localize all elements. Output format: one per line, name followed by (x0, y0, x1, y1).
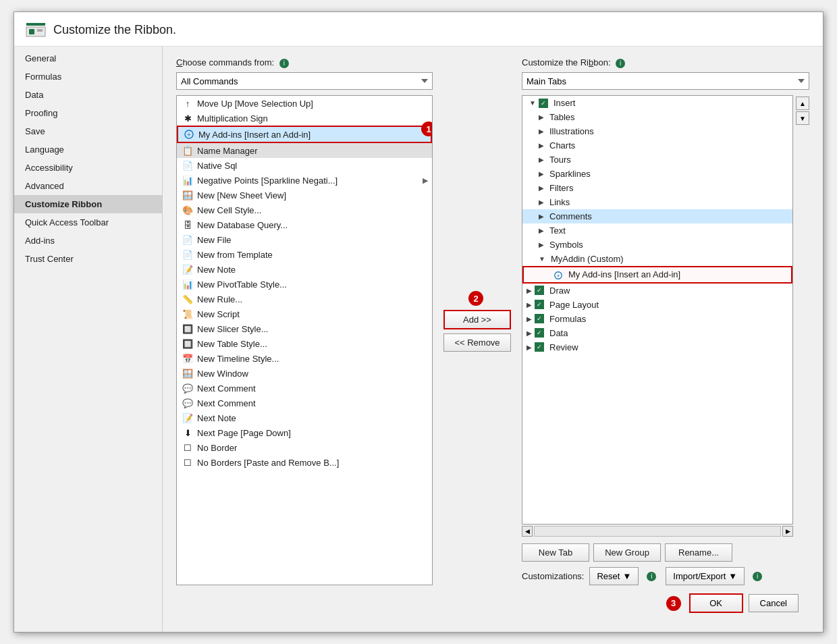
sidebar-item-accessibility[interactable]: Accessibility (14, 159, 162, 177)
customize-ribbon-icon (25, 19, 47, 41)
list-item[interactable]: 📄 New from Template (177, 247, 432, 262)
sidebar-item-save[interactable]: Save (14, 122, 162, 140)
new-group-button[interactable]: New Group (593, 543, 661, 562)
move-up-icon: ↑ (182, 98, 193, 109)
tree-item-page-layout[interactable]: ▶ ✓ Page Layout (522, 298, 792, 312)
horizontal-scrollbar: ◀ ▶ (522, 526, 793, 537)
list-item[interactable]: ✱ Multiplication Sign (177, 111, 432, 126)
new-table-style-icon: 🔲 (182, 338, 193, 349)
tree-item-symbols[interactable]: ▶ Symbols (522, 238, 792, 252)
tree-item-comments[interactable]: ▶ Comments (522, 209, 792, 223)
tree-item-links[interactable]: ▶ Links (522, 195, 792, 209)
columns-area: Choose commands from: i All Commands Pop… (176, 57, 809, 585)
tree-item-charts[interactable]: ▶ Charts (522, 138, 792, 153)
check-icon: ✓ (535, 342, 544, 352)
list-item[interactable]: ⬇ Next Page [Page Down] (177, 425, 432, 440)
scroll-track (534, 526, 781, 537)
cancel-button[interactable]: Cancel (749, 594, 799, 612)
list-item[interactable]: 📝 Next Note (177, 410, 432, 425)
chevron-right-icon: ▶ (539, 170, 544, 178)
scroll-down-button[interactable]: ▼ (796, 111, 809, 125)
scroll-right-button[interactable]: ▶ (782, 526, 793, 537)
list-item[interactable]: 🔲 New Slicer Style... (177, 321, 432, 336)
tree-item-myaddin[interactable]: ▼ MyAddin (Custom) (522, 252, 792, 266)
list-item[interactable]: ☐ No Border (177, 440, 432, 455)
footer-row: 3 OK Cancel (176, 585, 809, 621)
new-file-icon: 📄 (182, 234, 193, 245)
sidebar-item-customize-ribbon[interactable]: Customize Ribbon (14, 195, 162, 213)
tree-item-formulas[interactable]: ▶ ✓ Formulas (522, 312, 792, 326)
sidebar-item-language[interactable]: Language (14, 140, 162, 159)
tree-item-insert[interactable]: ▼ ✓ Insert (522, 96, 792, 110)
tree-item-draw[interactable]: ▶ ✓ Draw (522, 284, 792, 298)
new-window-icon: 🪟 (182, 368, 193, 379)
list-item[interactable]: 📄 Native Sql (177, 158, 432, 173)
tree-item-tables[interactable]: ▶ Tables (522, 110, 792, 124)
list-item[interactable]: 🔲 New Table Style... (177, 336, 432, 351)
list-item[interactable]: 📄 New File (177, 232, 432, 247)
list-item[interactable]: 🗄 New Database Query... (177, 217, 432, 232)
expand-arrow-icon: ▶ (423, 176, 428, 185)
tree-item-my-addins-item[interactable]: + My Add-ins [Insert an Add-in] (522, 266, 792, 284)
add-button[interactable]: Add >> (443, 310, 511, 329)
chevron-right-icon: ▶ (526, 344, 532, 351)
sidebar-item-proofing[interactable]: Proofing (14, 104, 162, 122)
list-item[interactable]: 📋 Name Manager (177, 143, 432, 158)
sidebar-item-add-ins[interactable]: Add-ins (14, 232, 162, 250)
sidebar-item-quick-access-toolbar[interactable]: Quick Access Toolbar (14, 213, 162, 232)
list-item[interactable]: 📅 New Timeline Style... (177, 351, 432, 366)
import-export-info-icon[interactable]: i (753, 572, 762, 581)
list-item[interactable]: ↑ Move Up [Move Selection Up] (177, 96, 432, 111)
choose-commands-dropdown[interactable]: All Commands Popular Commands Commands N… (176, 72, 433, 90)
list-item[interactable]: 💬 Next Comment (177, 381, 432, 396)
sidebar-item-formulas[interactable]: Formulas (14, 68, 162, 86)
ok-button[interactable]: OK (689, 593, 743, 613)
svg-text:+: + (556, 272, 560, 279)
no-border-icon: ☐ (182, 442, 193, 453)
remove-button[interactable]: << Remove (443, 333, 511, 352)
negative-points-icon: 📊 (182, 175, 193, 186)
list-item[interactable]: 📝 New Note (177, 262, 432, 277)
sidebar-item-advanced[interactable]: Advanced (14, 177, 162, 195)
rename-button[interactable]: Rename... (665, 543, 732, 562)
list-item-my-addins[interactable]: + My Add-ins [Insert an Add-in] 1 (177, 126, 432, 143)
list-item[interactable]: 📜 New Script (177, 306, 432, 321)
left-panel: Choose commands from: i All Commands Pop… (176, 57, 433, 585)
tree-item-review[interactable]: ▶ ✓ Review (522, 340, 792, 354)
list-item[interactable]: 💬 Next Comment (177, 396, 432, 410)
reset-info-icon[interactable]: i (647, 572, 656, 581)
main-content: Choose commands from: i All Commands Pop… (163, 47, 823, 632)
chevron-right-icon: ▶ (539, 213, 544, 220)
list-item[interactable]: ☐ No Borders [Paste and Remove B...] (177, 455, 432, 470)
new-db-query-icon: 🗄 (182, 219, 193, 230)
new-tab-button[interactable]: New Tab (522, 543, 589, 562)
chevron-right-icon: ▶ (526, 329, 532, 337)
choose-commands-info-icon[interactable]: i (279, 59, 289, 68)
chevron-right-icon: ▶ (539, 184, 544, 192)
ribbon-tree[interactable]: ▼ ✓ Insert ▶ Tables ▶ (522, 95, 793, 525)
tree-item-text[interactable]: ▶ Text (522, 223, 792, 238)
tree-item-filters[interactable]: ▶ Filters (522, 181, 792, 195)
sidebar-item-general[interactable]: General (14, 49, 162, 68)
list-item[interactable]: 🪟 New [New Sheet View] (177, 188, 432, 203)
customize-ribbon-dropdown[interactable]: Main Tabs Tool Tabs All Tabs (522, 72, 809, 90)
tree-item-sparklines[interactable]: ▶ Sparklines (522, 167, 792, 181)
import-export-button[interactable]: Import/Export ▼ (666, 567, 745, 585)
scroll-up-button[interactable]: ▲ (796, 97, 809, 110)
new-cell-style-icon: 🎨 (182, 205, 193, 215)
commands-list[interactable]: ↑ Move Up [Move Selection Up] ✱ Multipli… (176, 95, 433, 585)
sidebar-item-trust-center[interactable]: Trust Center (14, 250, 162, 268)
list-item[interactable]: 🎨 New Cell Style... (177, 203, 432, 217)
scroll-left-button[interactable]: ◀ (522, 526, 533, 537)
list-item[interactable]: 📊 Negative Points [Sparkline Negati...] … (177, 173, 432, 188)
sidebar-item-data[interactable]: Data (14, 86, 162, 104)
list-item[interactable]: 📏 New Rule... (177, 292, 432, 306)
reset-button[interactable]: Reset ▼ (589, 567, 639, 585)
list-item[interactable]: 🪟 New Window (177, 366, 432, 381)
tree-item-data[interactable]: ▶ ✓ Data (522, 326, 792, 340)
chevron-down-icon: ▼ (539, 255, 545, 263)
tree-item-illustrations[interactable]: ▶ Illustrations (522, 124, 792, 138)
customize-ribbon-info-icon[interactable]: i (616, 59, 625, 68)
tree-item-tours[interactable]: ▶ Tours (522, 153, 792, 167)
list-item[interactable]: 📊 New PivotTable Style... (177, 277, 432, 292)
